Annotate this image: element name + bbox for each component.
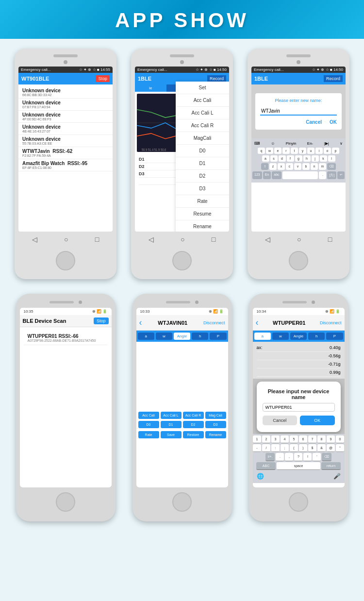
key-comma[interactable]: , [285, 453, 293, 461]
tab-h[interactable]: h [308, 333, 325, 340]
tab-w[interactable]: w [272, 333, 289, 340]
rename-btn[interactable]: Rename [205, 431, 226, 438]
device-name-input[interactable] [260, 107, 337, 116]
key-123[interactable]: 123 [252, 171, 262, 179]
menu-item-d0[interactable]: D0 [176, 145, 229, 157]
tab-le[interactable]: le [135, 84, 166, 92]
key-colon[interactable]: : [271, 444, 280, 452]
d3-btn[interactable]: D3 [205, 421, 226, 428]
back-nav[interactable]: ◁ [149, 235, 154, 243]
key-slash[interactable]: / [262, 444, 270, 452]
key-shift[interactable]: ⇧ [261, 163, 268, 170]
key-minus[interactable]: - [253, 444, 261, 452]
menu-item-acccali[interactable]: Acc Cali [176, 94, 229, 107]
home-nav[interactable]: ○ [64, 235, 68, 243]
key-4[interactable]: 4 [281, 435, 289, 443]
key-s[interactable]: s [270, 155, 278, 162]
ok-button[interactable]: OK [330, 119, 337, 125]
key-period[interactable]: . [319, 171, 326, 179]
cancel-button[interactable]: Cancel [263, 416, 298, 425]
key-question[interactable]: ? [294, 453, 302, 461]
key-z[interactable]: z [269, 163, 277, 170]
toolbar-item[interactable]: Pinyin [286, 141, 297, 146]
home-button[interactable] [172, 251, 192, 270]
home-button[interactable] [172, 492, 192, 512]
tab-p[interactable]: P [326, 333, 343, 340]
back-button[interactable]: ‹ [139, 317, 142, 328]
key-lpar[interactable]: ( [290, 444, 298, 452]
menu-item-magcali[interactable]: MagCali [176, 132, 229, 145]
key-c[interactable]: c [286, 163, 293, 170]
key-hashplus[interactable]: #+. [265, 453, 275, 461]
back-nav[interactable]: ◁ [32, 235, 37, 243]
key-v[interactable]: v [294, 163, 301, 170]
key-8[interactable]: 8 [317, 435, 326, 443]
toolbar-item[interactable]: ∨ [340, 141, 343, 146]
menu-item-acccalil[interactable]: Acc Cali L [176, 107, 229, 119]
key-0[interactable]: 0 [336, 435, 344, 443]
home-button[interactable] [289, 492, 308, 512]
key-a[interactable]: a [262, 155, 269, 162]
home-button[interactable] [56, 251, 75, 270]
key-m[interactable]: m [319, 163, 326, 170]
key-p[interactable]: p [332, 148, 339, 154]
home-button[interactable] [289, 251, 308, 270]
key-semi[interactable]: ; [281, 444, 289, 452]
tab-a[interactable]: a [254, 333, 271, 340]
d1-btn[interactable]: D1 [161, 421, 182, 428]
d0-btn[interactable]: D0 [138, 421, 159, 428]
key-5[interactable]: 5 [290, 435, 298, 443]
key-b[interactable]: b [302, 163, 310, 170]
key-dollar[interactable]: $ [308, 444, 316, 452]
key-space[interactable] [282, 171, 318, 179]
disconnect-button[interactable]: Disconnect [203, 320, 225, 325]
recents-nav[interactable]: □ [95, 235, 99, 243]
tab-h[interactable]: h [192, 333, 208, 340]
menu-item-acccalir[interactable]: Acc Cali R [176, 119, 229, 132]
tab-a[interactable]: a [138, 333, 154, 340]
disconnect-button[interactable]: Disconnect [320, 320, 342, 325]
home-nav[interactable]: ○ [297, 235, 301, 243]
stop-button[interactable]: Stop [96, 75, 110, 82]
key-abc[interactable]: ABC [256, 462, 276, 470]
key-amp[interactable]: & [317, 444, 326, 452]
tab-angle[interactable]: Angle [290, 333, 307, 340]
mag-cali-btn[interactable]: Mag Cali [205, 412, 226, 419]
key-x[interactable]: x [278, 163, 285, 170]
device-name-input[interactable] [263, 403, 335, 412]
d2-btn[interactable]: D2 [183, 421, 204, 428]
key-q[interactable]: q [258, 148, 265, 154]
key-g[interactable]: g [295, 155, 302, 162]
recents-nav[interactable]: □ [328, 235, 332, 243]
record-button[interactable]: Record [207, 75, 226, 82]
acc-cali-r-btn[interactable]: Acc Cali R [183, 412, 204, 419]
key-3[interactable]: 3 [271, 435, 280, 443]
ok-button[interactable]: OK [300, 416, 335, 425]
key-7[interactable]: 7 [308, 435, 316, 443]
toolbar-item[interactable]: En- [307, 141, 313, 146]
key-return[interactable]: return [321, 462, 341, 470]
tab-p[interactable]: P [210, 333, 226, 340]
menu-item-d3[interactable]: D3 [176, 183, 229, 195]
key-rpar[interactable]: ) [299, 444, 307, 452]
menu-item-resume[interactable]: Resume [176, 208, 229, 220]
key-dot[interactable]: . [276, 453, 284, 461]
stop-button[interactable]: Stop [94, 317, 109, 324]
acc-cali-l-btn[interactable]: Acc Cali L [161, 412, 182, 419]
key-d[interactable]: d [279, 155, 286, 162]
tab-w[interactable]: w [156, 333, 172, 340]
key-t[interactable]: t [291, 148, 298, 154]
save-btn[interactable]: Save [161, 431, 182, 438]
list-item[interactable]: WTUPPER01 RSSI:-66 A0729F98-2522-88AB-DE… [24, 331, 108, 345]
key-enter[interactable]: ↵ [337, 171, 345, 179]
key-u[interactable]: u [307, 148, 314, 154]
key-k[interactable]: k [320, 155, 327, 162]
key-y[interactable]: y [299, 148, 306, 154]
toolbar-item[interactable]: |▶| [324, 141, 329, 146]
key-f[interactable]: f [287, 155, 294, 162]
key-abc[interactable]: abc [272, 171, 281, 179]
key-space[interactable]: space [277, 462, 320, 470]
key-en[interactable]: En [263, 171, 271, 179]
key-1[interactable]: 1 [253, 435, 261, 443]
key-e[interactable]: e [274, 148, 281, 154]
